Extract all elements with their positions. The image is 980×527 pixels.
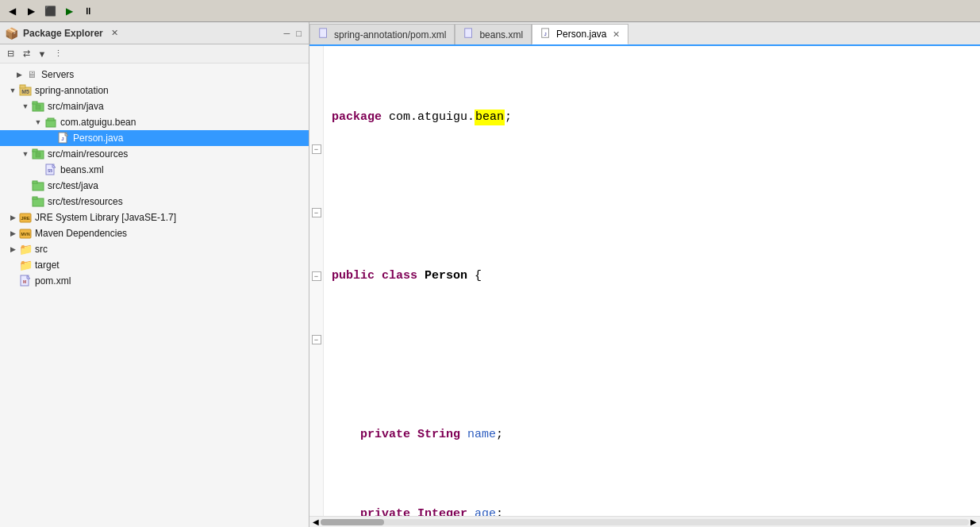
view-menu-button[interactable]: ▼ (35, 47, 49, 61)
servers-toggle[interactable] (13, 68, 25, 81)
svg-rect-4 (33, 102, 37, 104)
spring-pom-tab-icon (318, 28, 329, 41)
code-editor: − − − (309, 46, 980, 516)
svg-rect-19 (33, 181, 37, 183)
tab-person-java[interactable]: J Person.java ✕ (532, 24, 628, 44)
maven-toggle[interactable] (6, 227, 19, 240)
semicolon: ; (505, 110, 512, 125)
svg-text:S5: S5 (48, 168, 52, 173)
src-test-java-label: src/test/java (48, 180, 98, 191)
indent-5 (332, 427, 360, 443)
toolbar-btn-back[interactable]: ◀ (3, 2, 21, 20)
gutter-line-16 (309, 284, 323, 300)
toolbar-btn-pause[interactable]: ⏸ (79, 2, 97, 20)
pom-toggle (6, 275, 19, 287)
src-folder-icon (32, 100, 44, 113)
src-main-resources-toggle[interactable] (19, 148, 32, 160)
java-file-icon: J (57, 132, 70, 144)
tree-item-src-main-resources[interactable]: src/main/resources (0, 146, 309, 162)
gutter-line-12 (309, 221, 323, 237)
kw-private-5: private (360, 427, 417, 443)
scrollbar-track[interactable] (321, 519, 969, 525)
beans-xml-tab-label: beans.xml (479, 29, 523, 40)
package-explorer-icon: 📦 (5, 27, 18, 40)
toolbar-btn-run[interactable]: ▶ (60, 2, 78, 20)
field-name: name (467, 427, 496, 443)
tab-beans-xml[interactable]: beans.xml (455, 24, 532, 44)
collapse-all-button[interactable]: ⊟ (3, 47, 17, 61)
project-icon: M5 (19, 84, 32, 97)
gutter-line-6 (309, 125, 323, 141)
panel-minimize-button[interactable]: ─ (282, 27, 293, 40)
svg-rect-29 (320, 29, 327, 37)
spring-annotation-toggle[interactable] (6, 84, 19, 97)
gutter-line-4 (309, 94, 323, 110)
tree-item-src[interactable]: 📁 src (0, 241, 309, 257)
gutter-line-23 (309, 395, 323, 411)
gutter-line-11[interactable]: − (309, 205, 323, 221)
beans-xml-label: beans.xml (60, 164, 104, 175)
maven-icon: MVN (19, 227, 32, 240)
code-line-5: private String name; (332, 427, 980, 443)
target-label: target (35, 260, 60, 271)
tree-item-target[interactable]: 📁 target (0, 257, 309, 273)
jre-toggle[interactable] (6, 211, 19, 224)
gutter-line-18 (309, 316, 323, 332)
code-lines: package com.atguigu.bean; public class P… (324, 46, 980, 516)
fold-icon-19[interactable]: − (312, 335, 321, 344)
tab-spring-pom[interactable]: spring-annotation/pom.xml (309, 24, 455, 44)
code-line-1: package com.atguigu.bean; (332, 110, 980, 125)
tree-item-person-java[interactable]: J Person.java (0, 130, 309, 146)
gutter-line-10 (309, 189, 323, 205)
src-main-java-toggle[interactable] (19, 100, 32, 113)
scroll-left-btn[interactable]: ◀ (311, 517, 321, 526)
src-label: src (35, 244, 48, 255)
scroll-right-btn[interactable]: ▶ (969, 517, 978, 526)
code-content[interactable]: package com.atguigu.bean; public class P… (324, 46, 980, 516)
tree-item-src-test-java[interactable]: src/test/java (0, 178, 309, 194)
person-java-tab-close[interactable]: ✕ (613, 29, 620, 40)
tree-item-src-test-resources[interactable]: src/test/resources (0, 194, 309, 210)
editor-area: spring-annotation/pom.xml beans.xml J (309, 22, 980, 527)
package-icon (44, 116, 57, 129)
tree-item-pom-xml[interactable]: M pom.xml (0, 273, 309, 289)
fold-icon-7[interactable]: − (312, 144, 321, 154)
tree-item-spring-annotation[interactable]: M5 spring-annotation (0, 83, 309, 98)
svg-rect-30 (465, 29, 472, 37)
horizontal-scrollbar[interactable]: ◀ ▶ (309, 516, 980, 527)
code-line-4 (332, 348, 980, 364)
gutter-line-2 (309, 62, 323, 78)
src-toggle[interactable] (6, 243, 19, 256)
toolbar-btn-stop[interactable]: ⬛ (41, 2, 59, 20)
tree-item-src-main-java[interactable]: src/main/java (0, 98, 309, 114)
svg-rect-5 (36, 105, 40, 110)
editor-tabs: spring-annotation/pom.xml beans.xml J (309, 22, 980, 46)
src-icon: 📁 (19, 243, 32, 256)
gutter-line-15[interactable]: − (309, 268, 323, 284)
toolbar-btn-forward[interactable]: ▶ (22, 2, 40, 20)
tree-item-servers[interactable]: 🖥 Servers (0, 67, 309, 83)
svg-text:J: J (544, 31, 547, 36)
link-with-editor-button[interactable]: ⇄ (19, 47, 33, 61)
fold-icon-15[interactable]: − (312, 271, 321, 281)
scrollbar-thumb[interactable] (321, 519, 384, 525)
tree-item-com-atguigu-bean[interactable]: com.atguigu.bean (0, 114, 309, 130)
com-atguigu-bean-label: com.atguigu.bean (60, 117, 136, 128)
tree-item-maven-dependencies[interactable]: MVN Maven Dependencies (0, 225, 309, 241)
tree-item-jre-system-library[interactable]: JRE JRE System Library [JavaSE-1.7] (0, 210, 309, 225)
code-line-6: private Integer age; (332, 506, 980, 516)
svg-text:M5: M5 (21, 89, 29, 94)
file-tree: 🖥 Servers M5 spring-annotation (0, 63, 309, 527)
pom-xml-label: pom.xml (35, 275, 71, 287)
semi-5: ; (496, 427, 503, 443)
gutter-line-21 (309, 364, 323, 379)
fold-icon-11[interactable]: − (312, 208, 321, 217)
tree-item-beans-xml[interactable]: S5 beans.xml (0, 162, 309, 178)
view-options-button[interactable]: ⋮ (51, 47, 65, 61)
gutter-line-19[interactable]: − (309, 332, 323, 348)
panel-maximize-button[interactable]: □ (294, 27, 304, 40)
gutter-line-7[interactable]: − (309, 141, 323, 157)
panel-close-button[interactable]: ✕ (108, 26, 121, 40)
package-toggle[interactable] (32, 116, 44, 129)
gutter-line-22 (309, 379, 323, 395)
